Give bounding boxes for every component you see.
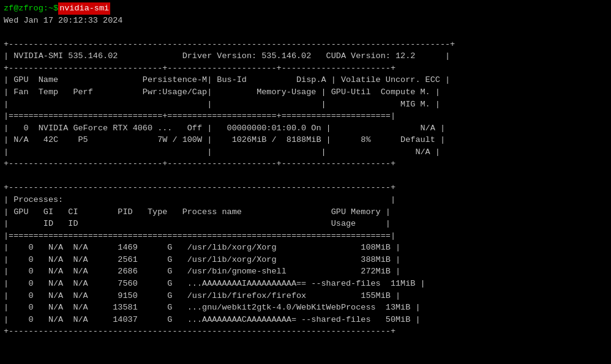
gpu-header-1: | GPU Name Persistence-M| Bus-Id Disp.A … — [4, 74, 607, 86]
prompt-line: zf@zfrog:~$ nvidia-smi — [4, 2, 607, 15]
proc-row-5: | 0 N/A N/A 13581 G ...gnu/webkit2gtk-4.… — [4, 302, 607, 314]
blank-line-1 — [4, 26, 607, 39]
proc-row-3: | 0 N/A N/A 7560 G ...AAAAAAAAIAAAAAAAAA… — [4, 278, 607, 290]
proc-row-2: | 0 N/A N/A 2686 G /usr/bin/gnome-shell … — [4, 266, 607, 278]
terminal-window: zf@zfrog:~$ nvidia-smi Wed Jan 17 20:12:… — [0, 0, 611, 364]
proc-col-header: | GPU GI CI PID Type Process name GPU Me… — [4, 206, 607, 218]
gpu-data-row-2: | N/A 42C P5 7W / 100W | 1026MiB / 8188M… — [4, 134, 607, 146]
datetime-line: Wed Jan 17 20:12:33 2024 — [4, 15, 607, 27]
proc-row-4: | 0 N/A N/A 9150 G /usr/lib/firefox/fire… — [4, 290, 607, 302]
proc-header-line: | Processes: | — [4, 194, 607, 206]
header-top-border: +---------------------------------------… — [4, 39, 607, 51]
proc-row-6: | 0 N/A N/A 14037 G ...AAAAAAAACAAAAAAAA… — [4, 314, 607, 326]
command-highlight: nvidia-smi — [58, 2, 110, 15]
col-sep-1: +-------------------------------+-------… — [4, 62, 607, 75]
prompt-user: zf@zfrog:~$ — [4, 2, 58, 15]
proc-top-border: +---------------------------------------… — [4, 182, 607, 194]
gpu-data-row-3: | | | N/A | — [4, 146, 607, 158]
proc-bottom-border: +---------------------------------------… — [4, 325, 607, 338]
proc-row-1: | 0 N/A N/A 2561 G /usr/lib/xorg/Xorg 38… — [4, 254, 607, 266]
proc-eq-sep: |=======================================… — [4, 230, 607, 242]
proc-col-sub: | ID ID Usage | — [4, 218, 607, 230]
gpu-bottom-sep: +-------------------------------+-------… — [4, 158, 607, 170]
blank-line-2 — [4, 170, 607, 182]
gpu-header-3: | | | MIG M. | — [4, 98, 607, 111]
gpu-data-row-1: | 0 NVIDIA GeForce RTX 4060 ... Off | 00… — [4, 122, 607, 135]
proc-row-0: | 0 N/A N/A 1469 G /usr/lib/xorg/Xorg 10… — [4, 242, 607, 254]
smi-version-line: | NVIDIA-SMI 535.146.02 Driver Version: … — [4, 50, 607, 62]
gpu-header-2: | Fan Temp Perf Pwr:Usage/Cap| Memory-Us… — [4, 86, 607, 98]
gpu-eq-sep: |===============================+=======… — [4, 110, 607, 122]
